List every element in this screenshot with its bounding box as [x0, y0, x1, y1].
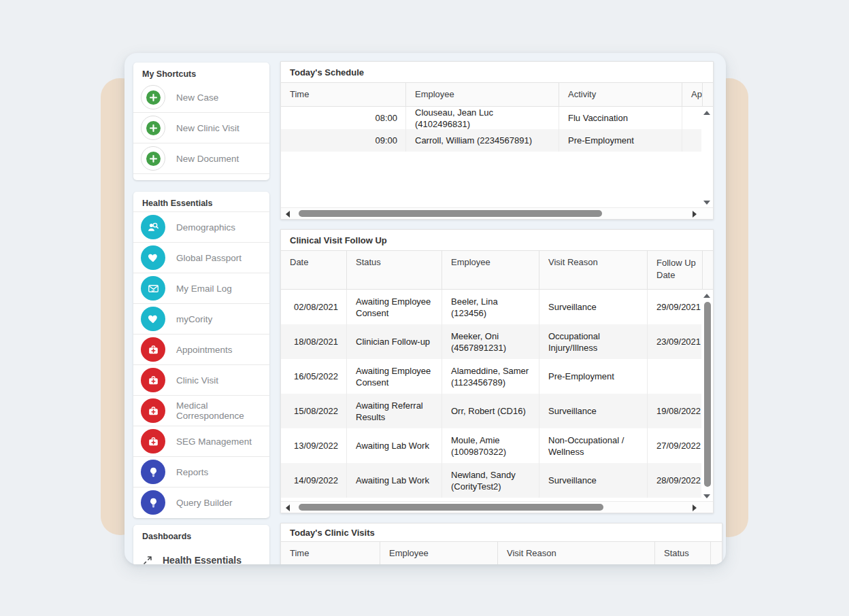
scroll-left-icon[interactable] [286, 504, 290, 511]
person-search-icon [141, 215, 165, 239]
sidebar-item-label: New Clinic Visit [176, 123, 239, 133]
modules-section-title: Health Essentials [133, 192, 269, 211]
medical-bag-icon [141, 337, 165, 362]
table-row[interactable]: 13/09/2022 Awaiting Lab Work Moule, Amie… [281, 428, 713, 463]
cell-activity: Flu Vaccination [559, 107, 682, 129]
vertical-scrollbar[interactable] [701, 107, 713, 209]
sidebar-item-new-clinic-visit[interactable]: New Clinic Visit [133, 113, 269, 143]
column-header-status[interactable]: Status [347, 251, 442, 289]
cell-status: Clinician Follow-up [347, 324, 442, 359]
sidebar-item-query-builder[interactable]: Query Builder [133, 487, 269, 517]
sidebar-item-my-email-log[interactable]: My Email Log [133, 273, 269, 303]
table-row[interactable]: 14/09/2022 Awaiting Lab Work Newland, Sa… [281, 463, 713, 498]
scroll-right-icon[interactable] [693, 504, 697, 511]
cell-follow-up-date: 23/09/2021 [648, 324, 703, 359]
sidebar-item-label: Global Passport [176, 253, 242, 263]
shortcuts-section-title: My Shortcuts [133, 63, 269, 82]
plus-icon [141, 85, 165, 109]
sidebar-item-global-passport[interactable]: Global Passport [133, 242, 269, 273]
sidebar-item-new-case[interactable]: New Case [133, 82, 269, 113]
shortcuts-card: My Shortcuts New Case New Clinic Visit N… [133, 63, 269, 180]
cell-employee: Newland, Sandy (CorityTest2) [442, 463, 539, 498]
medical-bag-icon [141, 398, 165, 423]
cell-date: 14/09/2022 [281, 463, 347, 498]
sidebar-item-label: Appointments [176, 345, 233, 355]
sidebar-item-seg-management[interactable]: SEG Management [133, 426, 269, 456]
cell-status: Awaiting Lab Work [347, 428, 442, 463]
cell-appointment [682, 129, 703, 152]
sidebar-item-label: New Document [176, 154, 239, 164]
scroll-up-icon[interactable] [703, 111, 710, 115]
sidebar-item-demographics[interactable]: Demographics [133, 211, 269, 242]
column-header-appointment[interactable]: Appointment [682, 83, 703, 106]
sidebar-item-reports[interactable]: Reports [133, 456, 269, 487]
sidebar-item-clinic-visit[interactable]: Clinic Visit [133, 364, 269, 395]
horizontal-scrollbar[interactable] [281, 501, 713, 513]
followup-table-body: 02/08/2021 Awaiting Employee Consent Bee… [281, 290, 713, 502]
column-header-date[interactable]: Date [281, 251, 347, 289]
horizontal-scrollbar[interactable] [281, 207, 713, 219]
column-header-status[interactable]: Status [655, 542, 711, 564]
medical-bag-icon [141, 368, 165, 392]
panel-title: Today's Schedule [281, 62, 713, 82]
schedule-table-body: 08:00 Clouseau, Jean Luc (4102496831) Fl… [281, 107, 713, 209]
lightbulb-icon [141, 490, 165, 515]
table-row[interactable]: 15/08/2022 Awaiting Referral Results Orr… [281, 394, 713, 428]
sidebar-item-label: My Email Log [176, 284, 232, 294]
cell-follow-up-date [648, 359, 703, 394]
scrollbar-thumb[interactable] [299, 210, 602, 217]
scrollbar-thumb[interactable] [704, 302, 711, 487]
table-row[interactable]: 08:00 Clouseau, Jean Luc (4102496831) Fl… [281, 107, 713, 129]
medical-bag-icon [141, 429, 165, 454]
scroll-down-icon[interactable] [703, 201, 710, 205]
sidebar-item-medical-correspondence[interactable]: Medical Correspondence [133, 395, 269, 426]
cell-employee: Orr, Robert (CD16) [442, 394, 539, 428]
table-row[interactable]: 02/08/2021 Awaiting Employee Consent Bee… [281, 290, 713, 324]
cell-status: Awaiting Referral Results [347, 394, 442, 428]
sidebar-item-appointments[interactable]: Appointments [133, 334, 269, 364]
column-header-activity[interactable]: Activity [559, 83, 682, 106]
lightbulb-icon [141, 460, 165, 484]
column-header-follow-up-date[interactable]: Follow Up Date [648, 251, 703, 289]
column-header-visit-reason[interactable]: Visit Reason [498, 542, 655, 564]
sidebar-item-label: Demographics [176, 222, 235, 233]
clinical-visit-follow-up-panel: Clinical Visit Follow Up Date Status Emp… [280, 229, 714, 513]
cell-status: Awaiting Lab Work [347, 463, 442, 498]
sidebar-item-mycority[interactable]: myCority [133, 303, 269, 334]
table-row[interactable]: 18/08/2021 Clinician Follow-up Meeker, O… [281, 324, 713, 359]
table-row[interactable]: 16/05/2022 Awaiting Employee Consent Ala… [281, 359, 713, 394]
cell-employee: Beeler, Lina (123456) [442, 290, 539, 324]
sidebar-item-label: myCority [176, 314, 212, 324]
scrollbar-thumb[interactable] [299, 504, 603, 511]
heart-icon [141, 307, 165, 331]
panel-title: Clinical Visit Follow Up [281, 230, 713, 250]
column-header-employee[interactable]: Employee [380, 542, 498, 564]
column-header-employee[interactable]: Employee [406, 83, 559, 106]
scroll-right-icon[interactable] [693, 211, 697, 218]
column-header-employee[interactable]: Employee [442, 251, 539, 289]
table-row[interactable]: 09:00 Carroll, William (2234567891) Pre-… [281, 129, 713, 152]
vertical-scrollbar[interactable] [701, 290, 713, 502]
todays-schedule-panel: Today's Schedule Time Employee Activity … [280, 61, 714, 220]
todays-clinic-visits-panel: Today's Clinic Visits Time Employee Visi… [280, 523, 722, 564]
scroll-up-icon[interactable] [703, 294, 710, 298]
column-header-visit-reason[interactable]: Visit Reason [539, 251, 648, 289]
sidebar-item-dashboard-health-essentials[interactable]: Health Essentials [133, 545, 269, 564]
sidebar-item-label: SEG Management [176, 437, 252, 447]
dashboard-item-label: Health Essentials [163, 555, 242, 564]
scroll-down-icon[interactable] [703, 494, 710, 498]
cell-visit-reason: Occupational Injury/Illness [539, 324, 648, 359]
heart-icon [141, 245, 165, 270]
cell-employee: Meeker, Oni (4567891231) [442, 324, 539, 359]
cell-visit-reason: Pre-Employment [539, 359, 648, 394]
cell-visit-reason: Non-Occupational / Wellness [539, 428, 648, 463]
cell-time: 09:00 [281, 129, 406, 152]
cell-employee: Moule, Amie (1009870322) [442, 428, 539, 463]
sidebar-item-new-document[interactable]: New Document [133, 143, 269, 174]
modules-card: Health Essentials Demographics Global Pa… [133, 192, 269, 518]
column-header-time[interactable]: Time [281, 542, 380, 564]
column-header-time[interactable]: Time [281, 83, 406, 106]
sidebar-item-label: Medical Correspondence [176, 400, 262, 421]
envelope-icon [141, 276, 165, 301]
scroll-left-icon[interactable] [286, 211, 290, 218]
